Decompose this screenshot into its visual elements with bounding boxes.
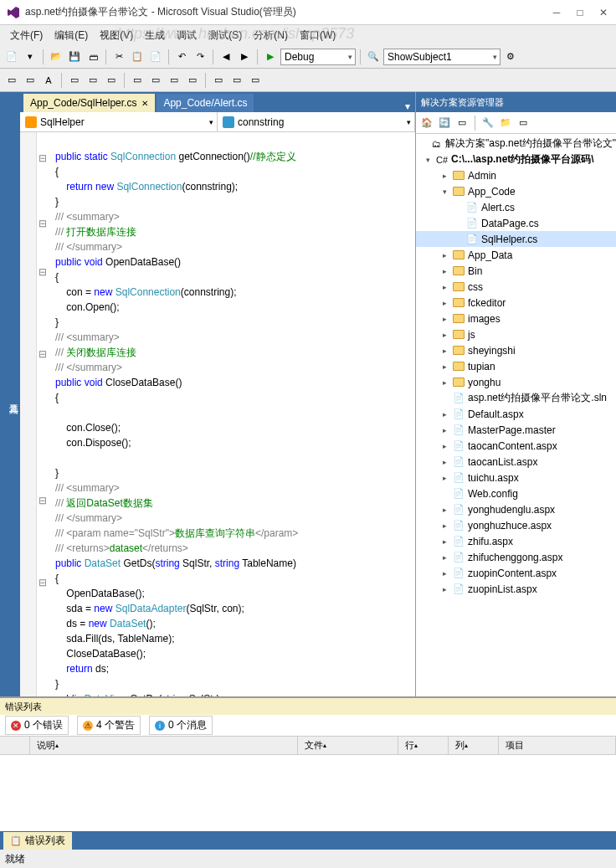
tab-alert[interactable]: App_Code/Alert.cs [157,94,254,112]
tree-file[interactable]: 📄Alert.cs [416,199,616,215]
menu-debug[interactable]: 调试 [172,27,202,44]
menu-window[interactable]: 窗口(W) [295,27,341,44]
maximize-button[interactable]: □ [574,7,586,18]
tree-folder[interactable]: ▸App_Data [416,247,616,263]
cut-button[interactable]: ✂ [110,49,127,65]
col-description[interactable]: 说明 [30,737,298,754]
sol-collapse-icon[interactable]: ▭ [454,116,470,131]
tree-folder[interactable]: ▸yonghu [416,374,616,390]
nav-fwd-button[interactable]: ▶ [236,49,253,65]
tree-folder[interactable]: ▾App_Code [416,183,616,199]
col-project[interactable]: 项目 [499,737,616,754]
toolbox-tab[interactable]: 工具箱 [0,92,20,696]
tree-folder[interactable]: ▸Admin [416,167,616,183]
error-list-tab[interactable]: 📋错误列表 [3,832,72,850]
tb2-btn[interactable]: ▭ [66,72,83,89]
tab-sqlhelper[interactable]: App_Code/SqlHelper.cs✕ [23,94,155,112]
sol-showall-icon[interactable]: 📁 [498,116,513,131]
tree-file[interactable]: ▸📄zhifuchenggong.aspx [416,549,616,565]
messages-filter[interactable]: i0 个消息 [149,716,213,735]
tree-file[interactable]: 📄Web.config [416,485,616,501]
tree-file[interactable]: ▸📄taocanList.aspx [416,454,616,470]
menu-view[interactable]: 视图(V) [95,27,138,44]
menu-edit[interactable]: 编辑(E) [49,27,93,44]
tree-folder[interactable]: ▸sheyingshi [416,342,616,358]
menu-test[interactable]: 测试(S) [203,27,247,44]
tree-project[interactable]: ▾C#C:\...\asp.net约拍摄像平台源码\ [416,152,616,167]
tree-file[interactable]: ▸📄zuopinContent.aspx [416,565,616,581]
tree-folder[interactable]: ▸js [416,326,616,342]
nav-back-button[interactable]: ◀ [218,49,234,65]
open-button[interactable]: 📂 [48,49,64,65]
tb2-btn[interactable]: A [40,72,57,89]
menu-file[interactable]: 文件(F) [5,27,48,44]
new-project-button[interactable]: 📄 [3,49,20,65]
tree-file[interactable]: ▸📄zuopinList.aspx [416,581,616,597]
close-icon[interactable]: ✕ [141,99,148,108]
tree-solution[interactable]: 🗂解决方案"asp.net约拍摄像平台带论文" [416,136,616,152]
start-button[interactable]: ▶ [262,49,279,65]
tree-file[interactable]: ▸📄Default.aspx [416,406,616,422]
tb2-btn[interactable]: ▭ [166,72,182,89]
col-col[interactable]: 列 [449,737,499,754]
tabs-dropdown[interactable]: ▾ [400,100,415,112]
member-combo[interactable]: connstring [218,112,415,131]
breakpoint-gutter[interactable] [20,132,37,696]
tree-file[interactable]: ▸📄MasterPage.master [416,422,616,438]
tree-file[interactable]: ▸📄taocanContent.aspx [416,438,616,454]
tree-folder[interactable]: ▸images [416,311,616,326]
tree-folder[interactable]: ▸tupian [416,358,616,374]
col-file[interactable]: 文件 [298,737,398,754]
sol-props-icon[interactable]: 🔧 [480,116,495,131]
menu-build[interactable]: 生成 [140,27,170,44]
code-editor[interactable]: ⊟ ⊟⊟ ⊟ ⊟⊟ ⊟ public static SqlConnection … [20,132,415,696]
find-icon[interactable]: 🔍 [365,49,382,65]
save-button[interactable]: 💾 [66,49,83,65]
minimize-button[interactable]: ─ [551,7,562,18]
tree-file[interactable]: ▸📄tuichu.aspx [416,470,616,485]
tb2-btn[interactable]: ▭ [228,72,245,89]
save-all-button[interactable]: 🗃 [85,49,101,65]
config-combo[interactable]: Debug [280,49,356,65]
warnings-filter[interactable]: ⚠4 个警告 [77,716,141,735]
tb2-btn[interactable]: ▭ [3,72,20,89]
tb2-btn[interactable]: ▭ [210,72,227,89]
close-button[interactable]: ✕ [598,7,609,18]
tree-file[interactable]: 📄asp.net约拍摄像平台带论文.sln [416,390,616,406]
outline-gutter[interactable]: ⊟ ⊟⊟ ⊟ ⊟⊟ ⊟ [37,132,49,696]
tree-file-selected[interactable]: 📄SqlHelper.cs [416,231,616,247]
add-item-button[interactable]: ▾ [22,49,38,65]
tree-file[interactable]: ▸📄yonghuzhuce.aspx [416,517,616,533]
settings-icon[interactable]: ⚙ [502,49,519,65]
tree-file[interactable]: 📄DataPage.cs [416,215,616,231]
copy-button[interactable]: 📋 [129,49,146,65]
sol-refresh-icon[interactable]: 🔄 [437,116,452,131]
class-combo[interactable]: SqlHelper [20,112,218,131]
tb2-btn[interactable]: ▭ [103,72,120,89]
solution-tree[interactable]: 🗂解决方案"asp.net约拍摄像平台带论文" ▾C#C:\...\asp.ne… [416,134,616,696]
paste-button[interactable]: 📄 [147,49,164,65]
undo-button[interactable]: ↶ [173,49,190,65]
tb2-btn[interactable]: ▭ [184,72,201,89]
tb2-btn[interactable]: ▭ [129,72,146,89]
tb2-btn[interactable]: ▭ [22,72,38,89]
tree-folder[interactable]: ▸Bin [416,263,616,279]
tb2-btn[interactable]: ▭ [247,72,264,89]
tree-folder[interactable]: ▸css [416,279,616,295]
tree-file[interactable]: ▸📄yonghudenglu.aspx [416,501,616,517]
tb2-btn[interactable]: ▭ [147,72,164,89]
redo-button[interactable]: ↷ [192,49,208,65]
tree-folder[interactable]: ▸fckeditor [416,295,616,311]
error-list-title: 错误列表 [0,698,616,715]
sol-home-icon[interactable]: 🏠 [419,116,434,131]
error-list-body[interactable] [0,755,616,831]
tb2-btn[interactable]: ▭ [85,72,101,89]
find-combo[interactable]: ShowSubject1 [383,49,501,65]
errors-filter[interactable]: ✕0 个错误 [5,716,69,735]
col-line[interactable]: 行 [398,737,449,754]
tree-file[interactable]: ▸📄zhifu.aspx [416,533,616,549]
code-text[interactable]: public static SqlConnection getConnectio… [49,132,415,696]
sol-view-icon[interactable]: ▭ [516,116,531,131]
menubar: 文件(F) 编辑(E) 视图(V) 生成 调试 测试(S) 分析(N) 窗口(W… [0,25,616,45]
menu-analyze[interactable]: 分析(N) [249,27,293,44]
